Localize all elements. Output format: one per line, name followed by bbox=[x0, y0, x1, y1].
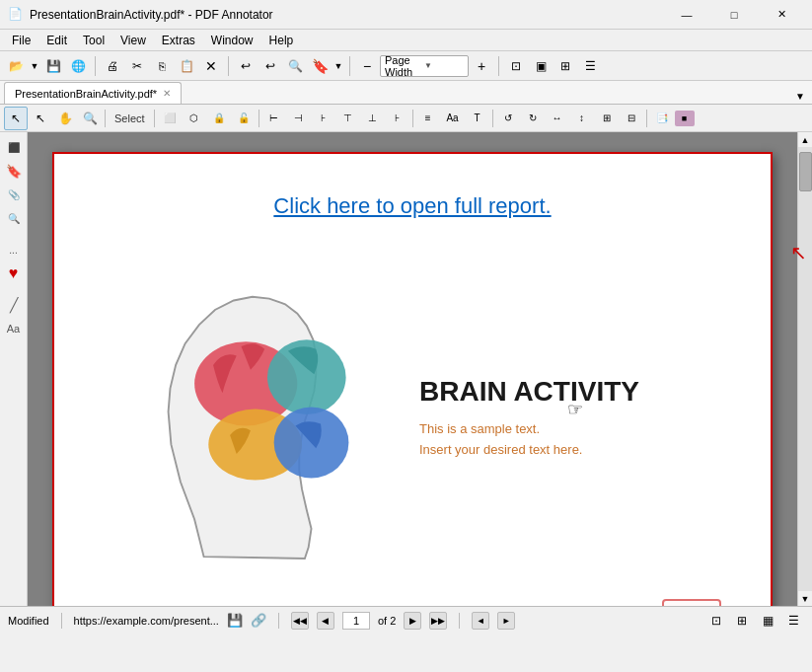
minimize-button[interactable]: — bbox=[664, 0, 709, 30]
paste-button[interactable]: 📋 bbox=[175, 54, 198, 78]
open-button[interactable]: 📂 bbox=[4, 54, 28, 78]
zoom-out-button[interactable]: − bbox=[355, 54, 379, 78]
link-icon-btn[interactable]: 🔗 bbox=[251, 613, 266, 628]
rect-select-btn[interactable]: ⬜ bbox=[158, 107, 182, 130]
scroll-down-button[interactable]: ▼ bbox=[798, 591, 813, 606]
close-button[interactable]: ✕ bbox=[759, 0, 804, 30]
panel-icon-4[interactable]: 🔍 bbox=[3, 207, 25, 229]
scroll-track bbox=[798, 147, 812, 591]
menu-view[interactable]: View bbox=[112, 30, 154, 50]
rotate-cw-btn[interactable]: ↻ bbox=[521, 107, 545, 130]
lock-btn[interactable]: 🔒 bbox=[207, 107, 231, 130]
align-bottom-btn[interactable]: ⊦ bbox=[386, 107, 409, 130]
page-number-input[interactable] bbox=[342, 612, 370, 630]
tab-label: PresentationBrainActivity.pdf* bbox=[15, 88, 157, 100]
delete-button[interactable]: ✕ bbox=[199, 54, 223, 78]
align-middle-btn[interactable]: ⊥ bbox=[361, 107, 385, 130]
bookmark-button[interactable]: 🔖 bbox=[308, 54, 332, 78]
menu-help[interactable]: Help bbox=[261, 30, 302, 50]
undo-button[interactable]: ↩ bbox=[234, 54, 258, 78]
flip-h-btn[interactable]: ↔ bbox=[546, 107, 569, 130]
save-web-button[interactable]: 🌐 bbox=[66, 54, 90, 78]
window-controls: — □ ✕ bbox=[664, 0, 804, 30]
hand-tool[interactable]: ✋ bbox=[53, 107, 77, 130]
search-button[interactable]: 🔍 bbox=[283, 54, 307, 78]
menu-file[interactable]: File bbox=[4, 30, 38, 50]
scroll-thumb[interactable] bbox=[799, 152, 812, 191]
view-icon-3[interactable]: ▦ bbox=[757, 610, 778, 632]
align-left-btn[interactable]: ⊢ bbox=[262, 107, 286, 130]
highlight-btn[interactable]: ■ bbox=[675, 111, 695, 126]
menu-window[interactable]: Window bbox=[203, 30, 261, 50]
panel-icon-2[interactable]: 🔖 bbox=[3, 160, 25, 182]
pdf-page: Click here to open full report. ☞ bbox=[52, 152, 773, 606]
forward-btn[interactable]: ► bbox=[497, 612, 515, 630]
status-sep1 bbox=[61, 613, 62, 629]
single-page-button[interactable]: ▣ bbox=[529, 54, 553, 78]
fit-page-button[interactable]: ⊡ bbox=[504, 54, 528, 78]
view-icon-4[interactable]: ☰ bbox=[782, 610, 804, 632]
flip-v-btn[interactable]: ↕ bbox=[570, 107, 594, 130]
main-area: ⬛ 🔖 📎 🔍 ... ♥ ╱ Aa Click here to open fu… bbox=[0, 132, 812, 606]
pdf-viewport[interactable]: Click here to open full report. ☞ bbox=[28, 132, 797, 606]
undo2-button[interactable]: ↩ bbox=[258, 54, 282, 78]
tab-scroll-down[interactable]: ▼ bbox=[792, 89, 808, 104]
menu-extras[interactable]: Extras bbox=[154, 30, 203, 50]
rotate-ccw-btn[interactable]: ↺ bbox=[496, 107, 520, 130]
print-button[interactable]: 🖨 bbox=[101, 54, 124, 78]
scroll-button[interactable]: ☰ bbox=[578, 54, 602, 78]
align-center-btn[interactable]: ⊣ bbox=[287, 107, 311, 130]
unlock-btn[interactable]: 🔓 bbox=[232, 107, 256, 130]
brain-text-section: BRAIN ACTIVITY This is a sample text. In… bbox=[400, 376, 741, 461]
bookmark-dropdown[interactable]: ▼ bbox=[332, 54, 344, 78]
menu-tool[interactable]: Tool bbox=[75, 30, 112, 50]
active-tab[interactable]: PresentationBrainActivity.pdf* ✕ bbox=[4, 82, 182, 104]
annotation-stamp[interactable]: ✋ bbox=[662, 599, 721, 606]
zoom-arrow-icon: ▼ bbox=[424, 61, 464, 70]
group-btn[interactable]: ⊞ bbox=[595, 107, 619, 130]
annotation-toolbar: ↖ ↖ ✋ 🔍 Select ⬜ ⬡ 🔒 🔓 ⊢ ⊣ ⊦ ⊤ ⊥ ⊦ ≡ Aa … bbox=[0, 105, 812, 132]
menu-edit[interactable]: Edit bbox=[38, 30, 75, 50]
panel-icon-6[interactable]: ♥ bbox=[3, 262, 25, 284]
back-btn[interactable]: ◄ bbox=[472, 612, 489, 630]
open-dropdown[interactable]: ▼ bbox=[29, 54, 40, 78]
maximize-button[interactable]: □ bbox=[711, 0, 757, 30]
save-icon-btn[interactable]: 💾 bbox=[227, 613, 243, 628]
free-select-btn[interactable]: ⬡ bbox=[183, 107, 206, 130]
view-icon-2[interactable]: ⊞ bbox=[731, 610, 753, 632]
zoom-tool[interactable]: 🔍 bbox=[78, 107, 102, 130]
ungroup-btn[interactable]: ⊟ bbox=[620, 107, 643, 130]
panel-icon-8[interactable]: Aa bbox=[3, 318, 25, 339]
view-icon-1[interactable]: ⊡ bbox=[705, 610, 727, 632]
copy-button[interactable]: ⎘ bbox=[150, 54, 174, 78]
modified-status: Modified bbox=[8, 615, 49, 627]
panel-icon-7[interactable]: ╱ bbox=[3, 294, 25, 316]
cursor-tool[interactable]: ↖ bbox=[29, 107, 52, 130]
cut-button[interactable]: ✂ bbox=[125, 54, 149, 78]
panel-icon-3[interactable]: 📎 bbox=[3, 184, 25, 205]
zoom-in-button[interactable]: + bbox=[470, 54, 493, 78]
status-sep3 bbox=[459, 613, 460, 629]
select-tool[interactable]: ↖ bbox=[4, 107, 28, 130]
dual-page-button[interactable]: ⊞ bbox=[554, 54, 577, 78]
tab-close-icon[interactable]: ✕ bbox=[163, 88, 171, 99]
align-right-btn[interactable]: ⊦ bbox=[312, 107, 335, 130]
text-btn[interactable]: T bbox=[466, 107, 489, 130]
text-align-btn[interactable]: ≡ bbox=[416, 107, 440, 130]
full-report-link[interactable]: Click here to open full report. bbox=[273, 193, 551, 219]
panel-icon-1[interactable]: ⬛ bbox=[3, 136, 25, 158]
next-page-btn[interactable]: ▶ bbox=[404, 612, 421, 630]
scroll-up-button[interactable]: ▲ bbox=[798, 132, 813, 147]
first-page-btn[interactable]: ◀◀ bbox=[291, 612, 309, 630]
panel-icon-5[interactable]: ... bbox=[3, 239, 25, 261]
zoom-dropdown[interactable]: Page Width ▼ bbox=[380, 55, 469, 77]
layer-btn[interactable]: 📑 bbox=[650, 107, 674, 130]
align-top-btn[interactable]: ⊤ bbox=[336, 107, 360, 130]
last-page-btn[interactable]: ▶▶ bbox=[429, 612, 447, 630]
status-sep2 bbox=[278, 613, 279, 629]
save-button[interactable]: 💾 bbox=[41, 54, 65, 78]
format-btn[interactable]: Aa bbox=[441, 107, 465, 130]
prev-page-btn[interactable]: ◀ bbox=[317, 612, 334, 630]
vertical-scrollbar: ▲ ▼ bbox=[797, 132, 812, 606]
select-label: Select bbox=[109, 112, 151, 124]
